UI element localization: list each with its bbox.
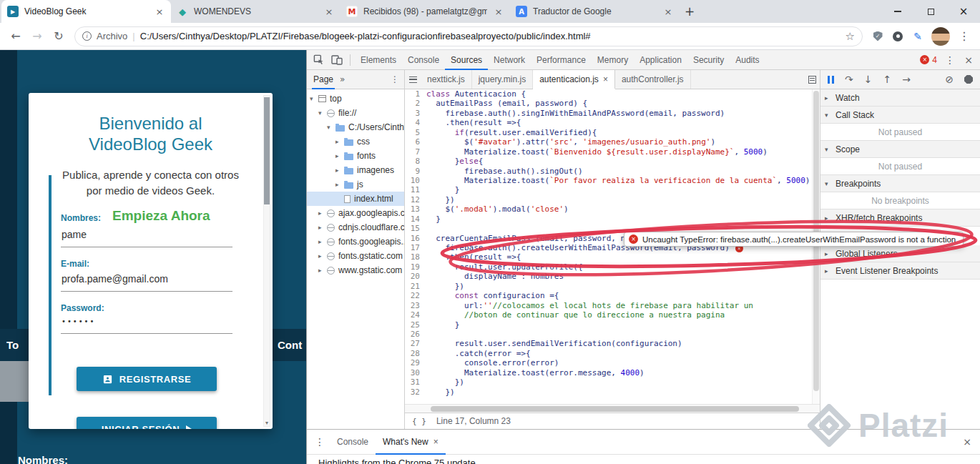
file-tree-item[interactable]: ▾ file://: [307, 106, 404, 120]
debugger-section-header[interactable]: ▸ XHR/fetch Breakpoints: [820, 209, 980, 227]
code-text[interactable]: }: [426, 320, 459, 330]
drawer-tab[interactable]: Console: [330, 430, 376, 455]
code-text[interactable]: .then(result =>{: [426, 118, 521, 127]
devtools-tab[interactable]: Memory: [592, 50, 634, 70]
line-number[interactable]: 17: [405, 243, 426, 252]
bookmark-star-icon[interactable]: ☆: [846, 30, 855, 43]
url-text[interactable]: C:/Users/Cinthya/Desktop/PLATZI/Firebase…: [140, 31, 841, 41]
page-info-icon[interactable]: i: [82, 31, 92, 41]
code-text[interactable]: result.user.updateProfile({: [426, 262, 583, 272]
browser-tab[interactable]: M Recibidos (98) - pamelatgtz@gm ×: [340, 0, 510, 23]
browser-menu-icon[interactable]: ⋮: [954, 26, 974, 46]
drawer-menu-icon[interactable]: ⋮: [311, 433, 328, 450]
code-text[interactable]: console.error(error): [426, 358, 559, 367]
disclosure-arrow-icon[interactable]: ▾: [327, 124, 335, 131]
code-text[interactable]: }: [426, 214, 441, 224]
devtools-tab[interactable]: Sources: [445, 50, 488, 70]
debugger-section-header[interactable]: ▾ Call Stack: [820, 107, 980, 124]
code-text[interactable]: [426, 224, 431, 233]
code-text[interactable]: }): [426, 377, 464, 387]
line-number[interactable]: 5: [405, 128, 426, 137]
editor-tabs-menu-icon[interactable]: [405, 70, 421, 89]
code-text[interactable]: firebase.auth().singOut(): [426, 167, 583, 176]
line-number[interactable]: 1: [405, 89, 426, 99]
editor-overflow-icon[interactable]: [804, 70, 820, 89]
tab-close-icon[interactable]: ×: [662, 6, 674, 17]
editor-horizontal-scrollbar[interactable]: [405, 404, 820, 413]
code-text[interactable]: .catch(error =>{: [426, 349, 531, 358]
browser-tab[interactable]: A Traductor de Google ×: [510, 0, 680, 23]
editor-tab-close-icon[interactable]: ×: [603, 74, 608, 84]
code-text[interactable]: url:''//colocamos el local hots de fireb…: [426, 301, 753, 310]
code-text[interactable]: }else{: [426, 157, 483, 166]
card-scrollbar-thumb[interactable]: [264, 97, 270, 204]
disclosure-arrow-icon[interactable]: ▸: [318, 209, 327, 217]
editor-vertical-scrollbar[interactable]: [812, 89, 820, 404]
devtools-close-icon[interactable]: ×: [960, 51, 977, 69]
file-tree-item[interactable]: ▸ ajax.googleapis.c...: [307, 206, 404, 220]
window-close-button[interactable]: ×: [947, 0, 980, 23]
profile-avatar[interactable]: [931, 27, 950, 46]
line-number[interactable]: 8: [405, 157, 426, 166]
navigator-tab-page[interactable]: Page: [312, 70, 335, 89]
new-tab-button[interactable]: +: [680, 1, 700, 21]
step-over-icon[interactable]: ↷: [845, 74, 853, 84]
code-text[interactable]: const configuracion ={: [426, 291, 559, 300]
code-text[interactable]: }): [426, 388, 455, 397]
line-number[interactable]: 22: [405, 291, 426, 300]
line-number[interactable]: 28: [405, 349, 426, 358]
disclosure-arrow-icon[interactable]: ▾: [318, 109, 327, 117]
tab-close-icon[interactable]: ×: [493, 6, 504, 17]
debugger-section-header[interactable]: ▾ Scope: [820, 141, 980, 158]
card-scrollbar[interactable]: ▾: [263, 95, 270, 427]
pretty-print-icon[interactable]: { }: [412, 417, 426, 426]
line-number[interactable]: 9: [405, 167, 426, 176]
devtools-tab[interactable]: Audits: [730, 50, 765, 70]
code-text[interactable]: $('.modal').modal('close'): [426, 204, 569, 214]
step-into-icon[interactable]: ↓: [864, 74, 873, 84]
extension-circle-icon[interactable]: [888, 26, 907, 46]
code-text[interactable]: autEmailPass (email, password) {: [426, 99, 587, 108]
navigator-menu-icon[interactable]: ⋮: [391, 74, 399, 84]
devtools-tab[interactable]: Console: [402, 50, 445, 70]
code-text[interactable]: }): [426, 195, 455, 204]
drawer-tab[interactable]: What's New ×: [376, 430, 446, 455]
file-tree-item[interactable]: ▸ js: [307, 177, 404, 192]
password-input[interactable]: ••••••: [61, 317, 232, 334]
step-out-icon[interactable]: ↑: [883, 74, 891, 84]
editor-tab[interactable]: jquery.min.js: [472, 70, 533, 89]
disclosure-arrow-icon[interactable]: ▸: [335, 152, 344, 159]
code-text[interactable]: class Autenticacion {: [426, 89, 526, 99]
step-icon[interactable]: →: [902, 74, 911, 84]
code-text[interactable]: Materialize.toast(error.message, 4000): [426, 368, 645, 377]
line-number[interactable]: 18: [405, 252, 426, 262]
code-text[interactable]: $('#avatar').attr('src', 'imagenes/usuar…: [426, 137, 715, 147]
login-button[interactable]: INICIAR SESIÓN: [77, 417, 217, 429]
code-text[interactable]: }): [426, 282, 464, 291]
reload-button[interactable]: ↻: [49, 26, 69, 46]
code-text[interactable]: //boton de continuar que lo direccione a…: [426, 310, 725, 320]
editor-tab[interactable]: autenticacion.js ×: [533, 70, 615, 89]
line-number[interactable]: 13: [405, 204, 426, 214]
code-text[interactable]: if(result.user.emailVerified){: [426, 128, 597, 137]
line-number[interactable]: 19: [405, 262, 426, 272]
debugger-section-header[interactable]: ▸ Global Listeners: [820, 245, 980, 262]
file-tree-item[interactable]: ▸ www.gstatic.com: [307, 263, 404, 277]
editor-tab[interactable]: authController.js: [615, 70, 691, 89]
line-number[interactable]: 10: [405, 176, 426, 185]
devtools-tab[interactable]: Network: [488, 50, 531, 70]
minimize-button[interactable]: [881, 0, 914, 23]
disclosure-arrow-icon[interactable]: ▸: [335, 167, 344, 174]
debugger-section-header[interactable]: ▸ Event Listener Breakpoints: [820, 262, 980, 280]
line-number[interactable]: 15: [405, 224, 426, 233]
devtools-tab[interactable]: Performance: [531, 50, 592, 70]
error-count-badge[interactable]: × 4: [920, 55, 937, 65]
disclosure-arrow-icon[interactable]: ▸: [318, 267, 327, 274]
line-number[interactable]: 25: [405, 320, 426, 330]
disclosure-arrow-icon[interactable]: ▸: [318, 252, 327, 260]
line-number[interactable]: 4: [405, 118, 426, 127]
line-number[interactable]: 11: [405, 185, 426, 194]
device-toolbar-icon[interactable]: [328, 51, 346, 69]
editor-tab[interactable]: nexttick.js: [421, 70, 472, 89]
code-text[interactable]: displayName : nombres: [426, 272, 564, 281]
